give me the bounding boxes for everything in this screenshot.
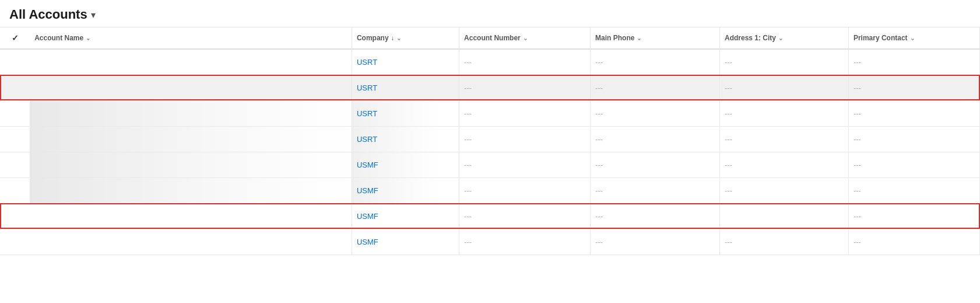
address-city-col-label: Address 1: City xyxy=(725,34,776,42)
row-address-city-cell xyxy=(720,203,849,229)
row-company-cell[interactable]: USRT xyxy=(352,75,459,100)
row-company-link[interactable]: USRT xyxy=(357,83,377,92)
row-company-link[interactable]: USMF xyxy=(357,238,378,246)
table-row[interactable]: USRT------------ xyxy=(0,75,980,100)
row-company-link[interactable]: USMF xyxy=(357,161,378,169)
page-title[interactable]: All Accounts ▾ xyxy=(9,7,96,22)
company-col-header[interactable]: Company ↓ ⌄ xyxy=(352,27,459,49)
row-company-link[interactable]: USRT xyxy=(357,135,377,144)
row-primary-contact-value: --- xyxy=(853,161,861,169)
table-row[interactable]: USMF------------ xyxy=(0,229,980,255)
row-account-number-value: --- xyxy=(464,135,472,144)
row-check-cell[interactable] xyxy=(0,75,30,100)
row-primary-contact-value: --- xyxy=(853,238,861,246)
row-account-number-cell: --- xyxy=(459,49,591,75)
company-sort-down-icon: ↓ xyxy=(391,35,394,41)
row-primary-contact-value: --- xyxy=(853,83,861,92)
company-col-label: Company xyxy=(357,34,389,42)
table-row[interactable]: USMF--------- xyxy=(0,203,980,229)
row-address-city-value: --- xyxy=(725,161,732,169)
main-phone-col-header[interactable]: Main Phone ⌄ xyxy=(591,27,720,49)
row-main-phone-cell: --- xyxy=(591,100,720,126)
row-account-number-value: --- xyxy=(464,109,472,118)
account-name-sort-icon: ⌄ xyxy=(86,35,90,41)
row-check-cell[interactable] xyxy=(0,152,30,177)
row-address-city-value: --- xyxy=(725,58,732,67)
row-address-city-value: --- xyxy=(725,238,732,246)
row-primary-contact-value: --- xyxy=(853,186,861,195)
row-company-cell[interactable]: USMF xyxy=(352,229,459,255)
row-main-phone-cell: --- xyxy=(591,49,720,75)
account-number-col-header[interactable]: Account Number ⌄ xyxy=(459,27,591,49)
row-primary-contact-cell: --- xyxy=(848,152,979,177)
check-col-header: ✓ xyxy=(0,27,30,49)
table-row[interactable]: USRT------------ xyxy=(0,126,980,152)
check-icon: ✓ xyxy=(12,33,19,43)
row-account-number-cell: --- xyxy=(459,75,591,100)
row-account-number-cell: --- xyxy=(459,177,591,203)
row-main-phone-value: --- xyxy=(595,109,603,118)
row-check-cell[interactable] xyxy=(0,177,30,203)
row-company-cell[interactable]: USRT xyxy=(352,126,459,152)
row-account-number-cell: --- xyxy=(459,203,591,229)
table-row[interactable]: USMF------------ xyxy=(0,177,980,203)
row-main-phone-value: --- xyxy=(595,238,603,246)
row-account-name-cell xyxy=(30,177,352,203)
row-account-name-cell xyxy=(30,203,352,229)
row-check-cell[interactable] xyxy=(0,229,30,255)
row-address-city-cell: --- xyxy=(720,152,849,177)
row-company-link[interactable]: USMF xyxy=(357,212,378,221)
row-main-phone-value: --- xyxy=(595,186,603,195)
table-row[interactable]: USMF------------ xyxy=(0,152,980,177)
row-check-cell[interactable] xyxy=(0,49,30,75)
row-company-cell[interactable]: USMF xyxy=(352,177,459,203)
row-address-city-cell: --- xyxy=(720,100,849,126)
row-company-link[interactable]: USRT xyxy=(357,109,377,118)
row-account-name-cell xyxy=(30,126,352,152)
main-phone-sort-icon: ⌄ xyxy=(637,35,641,41)
row-company-link[interactable]: USMF xyxy=(357,186,378,195)
table-container: ✓ Account Name ⌄ Company ↓ ⌄ xyxy=(0,27,980,255)
row-check-cell[interactable] xyxy=(0,126,30,152)
row-company-cell[interactable]: USRT xyxy=(352,100,459,126)
main-phone-col-label: Main Phone xyxy=(595,34,634,42)
row-primary-contact-cell: --- xyxy=(848,49,979,75)
account-name-col-header[interactable]: Account Name ⌄ xyxy=(30,27,352,49)
row-main-phone-value: --- xyxy=(595,161,603,169)
row-main-phone-value: --- xyxy=(595,212,603,221)
account-number-col-label: Account Number xyxy=(464,34,521,42)
row-account-number-value: --- xyxy=(464,161,472,169)
table-row[interactable]: USRT------------ xyxy=(0,100,980,126)
row-check-cell[interactable] xyxy=(0,100,30,126)
row-main-phone-value: --- xyxy=(595,83,603,92)
row-address-city-cell: --- xyxy=(720,177,849,203)
account-name-col-label: Account Name xyxy=(34,34,83,42)
row-account-number-value: --- xyxy=(464,212,472,221)
row-primary-contact-cell: --- xyxy=(848,177,979,203)
address-city-col-header[interactable]: Address 1: City ⌄ xyxy=(720,27,849,49)
row-main-phone-cell: --- xyxy=(591,152,720,177)
row-account-name-cell xyxy=(30,75,352,100)
accounts-table: ✓ Account Name ⌄ Company ↓ ⌄ xyxy=(0,27,980,255)
row-address-city-value: --- xyxy=(725,135,732,144)
row-company-cell[interactable]: USRT xyxy=(352,49,459,75)
row-account-number-cell: --- xyxy=(459,100,591,126)
address-city-sort-icon: ⌄ xyxy=(778,35,783,41)
company-sort-icon: ⌄ xyxy=(396,35,401,41)
row-main-phone-cell: --- xyxy=(591,126,720,152)
primary-contact-col-header[interactable]: Primary Contact ⌄ xyxy=(848,27,979,49)
row-account-name-cell xyxy=(30,229,352,255)
row-check-cell[interactable] xyxy=(0,203,30,229)
row-account-number-cell: --- xyxy=(459,229,591,255)
row-company-cell[interactable]: USMF xyxy=(352,203,459,229)
row-primary-contact-value: --- xyxy=(853,135,861,144)
row-primary-contact-cell: --- xyxy=(848,126,979,152)
table-row[interactable]: USRT------------ xyxy=(0,49,980,75)
row-main-phone-cell: --- xyxy=(591,203,720,229)
row-main-phone-value: --- xyxy=(595,135,603,144)
row-main-phone-cell: --- xyxy=(591,75,720,100)
row-account-name-cell xyxy=(30,100,352,126)
row-company-link[interactable]: USRT xyxy=(357,58,377,67)
row-primary-contact-value: --- xyxy=(853,58,861,67)
row-company-cell[interactable]: USMF xyxy=(352,152,459,177)
